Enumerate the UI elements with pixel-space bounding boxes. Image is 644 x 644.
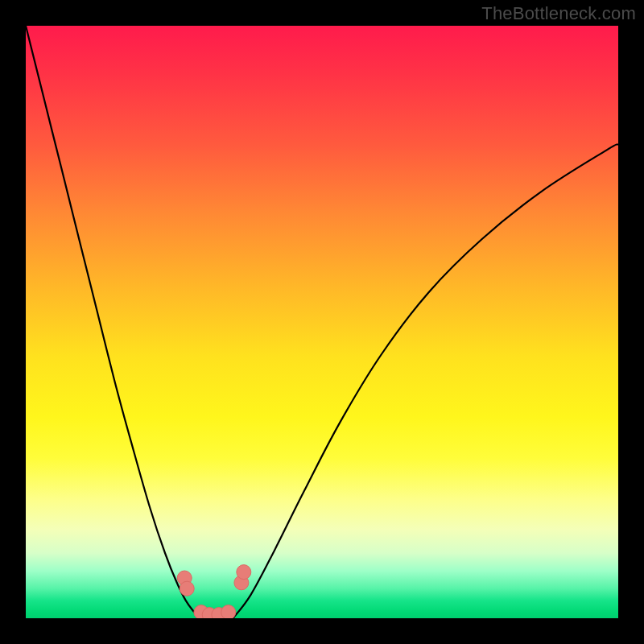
curve-left-branch <box>26 26 200 618</box>
watermark-text: TheBottleneck.com <box>481 3 636 24</box>
data-marker <box>221 605 236 618</box>
plot-area <box>26 26 618 618</box>
curve-layer <box>26 26 618 618</box>
curve-right-branch <box>233 144 618 618</box>
data-marker <box>180 581 194 596</box>
chart-frame: TheBottleneck.com <box>0 0 644 644</box>
chart-svg <box>26 26 618 618</box>
data-marker <box>237 565 251 580</box>
